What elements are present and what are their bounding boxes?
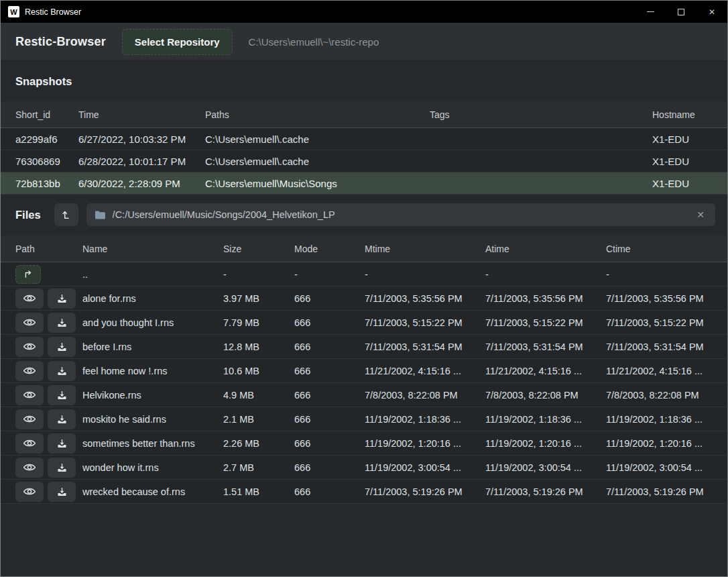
file-atime: 11/19/2002, 3:00:54 ... (485, 462, 606, 473)
file-ctime: 11/19/2002, 3:00:54 ... (606, 462, 713, 473)
download-icon (56, 414, 68, 425)
download-file-button[interactable] (48, 288, 76, 309)
file-row: wonder how it.rns 2.7 MB 666 11/19/2002,… (1, 456, 727, 480)
file-row-parent: .. - - - - - (1, 262, 727, 286)
file-mtime: 11/21/2002, 4:15:16 ... (365, 366, 485, 376)
col-paths: Paths (205, 109, 430, 120)
file-row: moskito he said.rns 2.1 MB 666 11/19/200… (1, 407, 727, 431)
files-heading: Files (15, 209, 41, 221)
titlebar: W Restic Browser ✕ (1, 1, 727, 23)
close-button[interactable]: ✕ (696, 1, 727, 23)
snapshot-hostname: X1-EDU (652, 134, 713, 145)
eye-icon (23, 366, 36, 376)
file-mode: 666 (294, 462, 365, 473)
snapshots-table-header: Short_id Time Paths Tags Hostname (1, 101, 727, 128)
file-size: 4.9 MB (223, 390, 294, 401)
file-mode: 666 (294, 366, 365, 376)
file-row: feel home now !.rns 10.6 MB 666 11/21/20… (1, 359, 727, 383)
eye-icon (23, 390, 36, 400)
eye-icon (23, 462, 36, 472)
download-icon (56, 366, 68, 376)
col-tags: Tags (430, 109, 652, 120)
file-atime: 7/11/2003, 5:31:54 PM (485, 342, 606, 352)
enter-parent-directory-button[interactable] (15, 265, 41, 284)
download-icon (56, 462, 68, 473)
download-file-button[interactable] (48, 385, 76, 405)
header: Restic-Browser Select Repository C:\User… (1, 23, 727, 61)
file-atime: 11/19/2002, 1:20:16 ... (485, 438, 606, 449)
path-input[interactable]: /C:/Users/emuell/Music/Songs/2004_Helvet… (86, 203, 715, 226)
snapshot-row[interactable]: 76306869 6/28/2022, 10:01:17 PM C:\Users… (1, 150, 727, 172)
file-name: alone for.rns (82, 293, 223, 304)
file-name: Helvikone.rns (82, 390, 223, 401)
eye-icon (23, 414, 36, 424)
snapshot-hostname: X1-EDU (652, 178, 713, 189)
snapshot-time: 6/28/2022, 10:01:17 PM (78, 156, 205, 167)
files-table-header: Path Name Size Mode Mtime Atime Ctime (1, 235, 727, 262)
preview-file-button[interactable] (15, 458, 44, 478)
maximize-button[interactable] (666, 1, 696, 23)
file-mode: 666 (294, 438, 365, 449)
snapshot-row-selected[interactable]: 72b813bb 6/30/2022, 2:28:09 PM C:\Users\… (1, 172, 727, 195)
snapshot-short-id: 76306869 (15, 156, 78, 167)
app-logo-icon: W (8, 6, 19, 17)
snapshots-heading: Snapshots (1, 61, 727, 101)
eye-icon (23, 293, 36, 303)
file-mtime: 11/19/2002, 3:00:54 ... (365, 462, 485, 473)
file-ctime: 11/21/2002, 4:15:16 ... (606, 366, 713, 376)
download-file-button[interactable] (48, 361, 76, 381)
file-row: before I.rns 12.8 MB 666 7/11/2003, 5:31… (1, 335, 727, 359)
preview-file-button[interactable] (15, 361, 44, 381)
snapshot-time: 6/30/2022, 2:28:09 PM (78, 178, 205, 189)
col-name: Name (82, 244, 223, 254)
file-ctime: 7/11/2003, 5:35:56 PM (606, 293, 713, 304)
download-file-button[interactable] (48, 482, 76, 502)
window-controls: ✕ (635, 1, 727, 23)
file-atime: 7/11/2003, 5:19:26 PM (485, 486, 606, 497)
file-size: - (223, 269, 294, 280)
page-title: Restic-Browser (15, 35, 106, 49)
download-icon (56, 317, 68, 328)
file-name: wonder how it.rns (82, 462, 223, 473)
preview-file-button[interactable] (15, 482, 44, 502)
file-mode: 666 (294, 342, 365, 352)
titlebar-left: W Restic Browser (1, 6, 635, 17)
file-name: before I.rns (82, 342, 223, 352)
file-mtime: 7/11/2003, 5:35:56 PM (365, 293, 485, 304)
preview-file-button[interactable] (15, 337, 44, 357)
file-atime: - (485, 269, 606, 280)
download-file-button[interactable] (48, 337, 76, 357)
parent-directory-button[interactable] (54, 203, 78, 226)
enter-directory-icon (23, 269, 34, 279)
preview-file-button[interactable] (15, 313, 44, 333)
download-file-button[interactable] (48, 409, 76, 429)
col-ctime: Ctime (606, 244, 713, 254)
snapshot-paths: C:\Users\emuell\.cache (205, 156, 430, 167)
snapshot-row[interactable]: a2299af6 6/27/2022, 10:03:32 PM C:\Users… (1, 128, 727, 150)
col-path: Path (15, 244, 82, 254)
select-repository-button[interactable]: Select Repository (122, 29, 233, 55)
download-icon (56, 293, 68, 304)
col-hostname: Hostname (652, 109, 713, 120)
file-atime: 11/21/2002, 4:15:16 ... (485, 366, 606, 376)
minimize-button[interactable] (635, 1, 666, 23)
minimize-icon (647, 11, 654, 13)
preview-file-button[interactable] (15, 433, 44, 454)
preview-file-button[interactable] (15, 409, 44, 429)
snapshot-time: 6/27/2022, 10:03:32 PM (78, 134, 205, 145)
file-mode: 666 (294, 414, 365, 425)
clear-path-button[interactable]: ✕ (694, 208, 707, 221)
repository-path: C:\Users\emuell\~\restic-repo (249, 36, 379, 48)
file-size: 3.97 MB (223, 293, 294, 304)
file-size: 2.26 MB (223, 438, 294, 449)
download-file-button[interactable] (48, 458, 76, 478)
snapshot-paths: C:\Users\emuell\Music\Songs (205, 178, 430, 189)
file-ctime: 11/19/2002, 1:18:36 ... (606, 414, 713, 425)
download-file-button[interactable] (48, 313, 76, 333)
download-file-button[interactable] (48, 433, 76, 454)
file-row: alone for.rns 3.97 MB 666 7/11/2003, 5:3… (1, 286, 727, 311)
preview-file-button[interactable] (15, 288, 44, 309)
preview-file-button[interactable] (15, 385, 44, 405)
file-name: moskito he said.rns (82, 414, 223, 425)
download-icon (56, 390, 68, 401)
